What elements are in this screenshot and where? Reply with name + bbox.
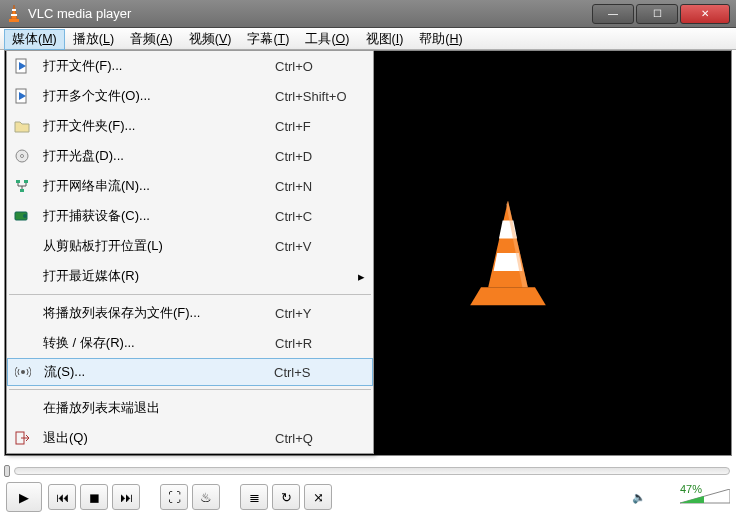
menu-item-shortcut: Ctrl+S [274, 365, 354, 380]
menu-item[interactable]: 打开最近媒体(R)▸ [7, 261, 373, 291]
menu-i[interactable]: 视图(I) [358, 29, 412, 50]
blank-icon [11, 399, 33, 417]
menu-item-shortcut: Ctrl+F [275, 119, 355, 134]
menu-item-label: 打开文件夹(F)... [43, 117, 275, 135]
play-button[interactable]: ▶ [6, 482, 42, 512]
svg-marker-7 [470, 287, 546, 305]
menu-item-label: 流(S)... [44, 363, 274, 381]
vlc-cone-icon [6, 6, 22, 22]
menu-t[interactable]: 字幕(T) [239, 29, 297, 50]
menu-item-label: 在播放列表末端退出 [43, 399, 275, 417]
svg-rect-2 [11, 14, 17, 16]
svg-marker-0 [11, 5, 17, 19]
blank-icon [11, 334, 33, 352]
menubar: 媒体(M)播放(L)音频(A)视频(V)字幕(T)工具(O)视图(I)帮助(H) [0, 28, 736, 50]
volume-control[interactable]: 🔈 47% [632, 489, 730, 505]
menu-item-label: 打开网络串流(N)... [43, 177, 275, 195]
previous-button[interactable]: ⏮ [48, 484, 76, 510]
svg-point-19 [23, 214, 27, 218]
menu-item-shortcut: Ctrl+N [275, 179, 355, 194]
svg-rect-17 [20, 189, 24, 192]
seek-knob[interactable] [4, 465, 10, 477]
menu-item[interactable]: 流(S)...Ctrl+S [7, 358, 373, 386]
file-play-icon [11, 57, 33, 75]
exit-icon [11, 429, 33, 447]
menu-item-label: 退出(Q) [43, 429, 275, 447]
playlist-button[interactable]: ≣ [240, 484, 268, 510]
window-title: VLC media player [28, 6, 131, 21]
menu-item-label: 打开捕获设备(C)... [43, 207, 275, 225]
menu-item[interactable]: 在播放列表末端退出 [7, 393, 373, 423]
extended-settings-button[interactable]: ♨ [192, 484, 220, 510]
seek-bar[interactable] [6, 464, 730, 478]
seek-track[interactable] [14, 467, 730, 475]
menu-item[interactable]: 将播放列表保存为文件(F)...Ctrl+Y [7, 298, 373, 328]
svg-point-14 [21, 155, 24, 158]
speaker-icon: 🔈 [632, 491, 646, 504]
menu-item-label: 转换 / 保存(R)... [43, 334, 275, 352]
menu-m[interactable]: 媒体(M) [4, 29, 65, 50]
menu-item[interactable]: 打开捕获设备(C)...Ctrl+C [7, 201, 373, 231]
blank-icon [11, 304, 33, 322]
menu-item[interactable]: 退出(Q)Ctrl+Q [7, 423, 373, 453]
network-icon [11, 177, 33, 195]
media-menu-dropdown: 打开文件(F)...Ctrl+O打开多个文件(O)...Ctrl+Shift+O… [6, 50, 374, 454]
submenu-arrow-icon: ▸ [355, 269, 365, 284]
svg-rect-1 [12, 9, 16, 11]
vlc-cone-logo [463, 198, 553, 308]
menu-a[interactable]: 音频(A) [122, 29, 181, 50]
menu-h[interactable]: 帮助(H) [411, 29, 470, 50]
svg-point-20 [21, 370, 25, 374]
loop-button[interactable]: ↻ [272, 484, 300, 510]
menu-v[interactable]: 视频(V) [181, 29, 240, 50]
stream-icon [12, 363, 34, 381]
blank-icon [11, 267, 33, 285]
menu-item-shortcut: Ctrl+C [275, 209, 355, 224]
menu-item-shortcut: Ctrl+Y [275, 306, 355, 321]
maximize-button[interactable]: ☐ [636, 4, 678, 24]
window-controls: — ☐ ✕ [592, 4, 730, 24]
svg-rect-15 [16, 180, 20, 183]
menu-item-label: 打开文件(F)... [43, 57, 275, 75]
menu-item-shortcut: Ctrl+D [275, 149, 355, 164]
menu-l[interactable]: 播放(L) [65, 29, 122, 50]
minimize-button[interactable]: — [592, 4, 634, 24]
svg-rect-16 [24, 180, 28, 183]
menu-item-label: 打开多个文件(O)... [43, 87, 275, 105]
close-button[interactable]: ✕ [680, 4, 730, 24]
menu-item[interactable]: 打开文件(F)...Ctrl+O [7, 51, 373, 81]
disc-icon [11, 147, 33, 165]
menu-item-label: 将播放列表保存为文件(F)... [43, 304, 275, 322]
menu-item-label: 从剪贴板打开位置(L) [43, 237, 275, 255]
menu-separator [9, 294, 371, 295]
menu-item[interactable]: 打开文件夹(F)...Ctrl+F [7, 111, 373, 141]
menu-item[interactable]: 转换 / 保存(R)...Ctrl+R [7, 328, 373, 358]
stop-button[interactable]: ◼ [80, 484, 108, 510]
blank-icon [11, 237, 33, 255]
playback-controls: ▶ ⏮ ◼ ⏭ ⛶ ♨ ≣ ↻ ⤨ 🔈 47% [6, 482, 730, 512]
file-play-icon [11, 87, 33, 105]
menu-separator [9, 389, 371, 390]
folder-icon [11, 117, 33, 135]
menu-item-label: 打开光盘(D)... [43, 147, 275, 165]
fullscreen-button[interactable]: ⛶ [160, 484, 188, 510]
menu-item-shortcut: Ctrl+Shift+O [275, 89, 355, 104]
menu-item-shortcut: Ctrl+R [275, 336, 355, 351]
shuffle-button[interactable]: ⤨ [304, 484, 332, 510]
menu-item-shortcut: Ctrl+V [275, 239, 355, 254]
menu-item-label: 打开最近媒体(R) [43, 267, 275, 285]
svg-rect-3 [9, 19, 19, 22]
menu-item[interactable]: 打开光盘(D)...Ctrl+D [7, 141, 373, 171]
volume-slider[interactable] [680, 489, 730, 505]
capture-icon [11, 207, 33, 225]
menu-o[interactable]: 工具(O) [297, 29, 357, 50]
menu-item-shortcut: Ctrl+O [275, 59, 355, 74]
menu-item[interactable]: 从剪贴板打开位置(L)Ctrl+V [7, 231, 373, 261]
menu-item-shortcut: Ctrl+Q [275, 431, 355, 446]
menu-item[interactable]: 打开多个文件(O)...Ctrl+Shift+O [7, 81, 373, 111]
next-button[interactable]: ⏭ [112, 484, 140, 510]
menu-item[interactable]: 打开网络串流(N)...Ctrl+N [7, 171, 373, 201]
titlebar: VLC media player — ☐ ✕ [0, 0, 736, 28]
